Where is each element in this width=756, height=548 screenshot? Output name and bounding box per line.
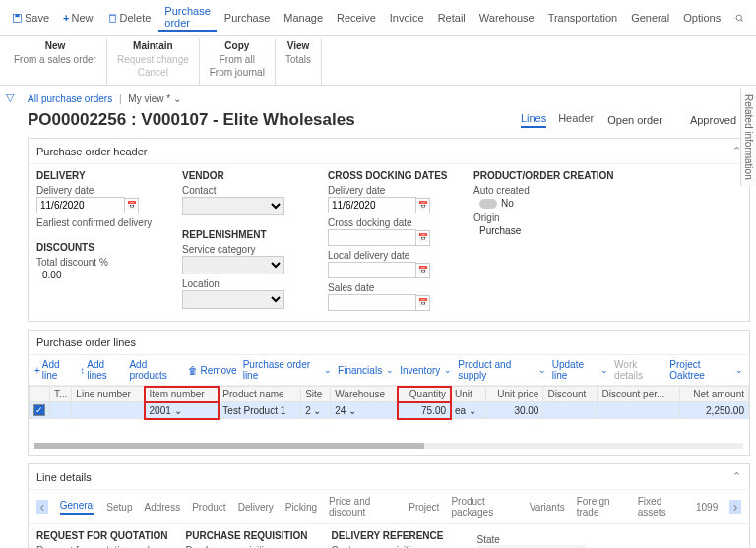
calendar-icon[interactable]: 📅 bbox=[416, 263, 430, 278]
cell-site[interactable]: 2 bbox=[305, 405, 311, 416]
lines-grid[interactable]: T... Line number Item number Product nam… bbox=[29, 386, 749, 419]
dtab-variants[interactable]: Variants bbox=[530, 502, 565, 513]
tab-invoice[interactable]: Invoice bbox=[384, 10, 430, 26]
top-command-bar: Save +New Delete Purchase order Purchase… bbox=[0, 0, 756, 36]
vendor-heading: VENDOR bbox=[182, 170, 310, 181]
dtab-product[interactable]: Product bbox=[192, 502, 225, 513]
ribbon-group-new: New From a sales order bbox=[4, 38, 107, 85]
dtab-foreign[interactable]: Foreign trade bbox=[577, 496, 626, 518]
tabs-next[interactable] bbox=[729, 500, 741, 514]
tab-general[interactable]: General bbox=[625, 10, 675, 26]
tab-receive[interactable]: Receive bbox=[331, 10, 382, 26]
tab-transportation[interactable]: Transportation bbox=[542, 10, 624, 26]
totals[interactable]: Totals bbox=[285, 53, 311, 66]
tab-purchase[interactable]: Purchase bbox=[219, 10, 276, 26]
dtab-1099[interactable]: 1099 bbox=[696, 502, 718, 513]
discount-label: Total discount % bbox=[36, 257, 164, 268]
local-delivery-input[interactable] bbox=[328, 262, 416, 278]
col-discount[interactable]: Discount bbox=[543, 387, 598, 402]
dtab-project[interactable]: Project bbox=[409, 502, 439, 513]
col-item[interactable]: Item number bbox=[145, 387, 219, 402]
calendar-icon[interactable]: 📅 bbox=[125, 198, 139, 213]
col-qty[interactable]: Quantity bbox=[398, 387, 450, 402]
project-menu[interactable]: Project Oaktree bbox=[669, 359, 743, 381]
add-line-btn[interactable]: + Add line bbox=[34, 359, 74, 381]
discount-value: 0.00 bbox=[36, 268, 164, 280]
location-select[interactable] bbox=[182, 290, 284, 309]
horizontal-scrollbar[interactable] bbox=[34, 443, 743, 449]
cell-net[interactable]: 2,250.00 bbox=[680, 402, 749, 419]
collapse-icon[interactable] bbox=[732, 470, 741, 483]
col-linenum[interactable]: Line number bbox=[72, 387, 145, 402]
add-products-btn[interactable]: Add products bbox=[129, 359, 182, 381]
cell-price[interactable]: 30.00 bbox=[485, 402, 543, 419]
table-row[interactable]: ✓ 2001 ⌄ Test Product 1 2 ⌄ 24 ⌄ 75.00 e… bbox=[30, 402, 749, 419]
update-line-menu[interactable]: Update line bbox=[552, 359, 608, 381]
col-type[interactable]: T... bbox=[50, 387, 72, 402]
cell-warehouse[interactable]: 24 bbox=[335, 405, 346, 416]
col-site[interactable]: Site bbox=[301, 387, 331, 402]
dtab-address[interactable]: Address bbox=[145, 502, 181, 513]
po-line-menu[interactable]: Purchase order line bbox=[243, 359, 332, 381]
dtab-fixed[interactable]: Fixed assets bbox=[638, 496, 684, 518]
row-checkbox[interactable]: ✓ bbox=[33, 404, 45, 416]
add-lines-btn[interactable]: ↕ Add lines bbox=[80, 359, 123, 381]
po-lines-title: Purchase order lines bbox=[36, 336, 136, 348]
ribbon-hdr-copy: Copy bbox=[210, 38, 265, 53]
tab-options[interactable]: Options bbox=[677, 10, 726, 26]
tab-manage[interactable]: Manage bbox=[278, 10, 329, 26]
tab-purchase-order[interactable]: Purchase order bbox=[158, 3, 216, 32]
sales-date-input[interactable] bbox=[328, 294, 416, 311]
dtab-price[interactable]: Price and discount bbox=[329, 496, 397, 518]
cell-unit[interactable]: ea bbox=[455, 405, 466, 416]
cell-product[interactable]: Test Product 1 bbox=[219, 402, 301, 419]
col-net[interactable]: Net amount bbox=[680, 387, 749, 402]
new-button[interactable]: +New bbox=[57, 10, 98, 26]
calendar-icon[interactable]: 📅 bbox=[416, 198, 430, 213]
breadcrumb-all[interactable]: All purchase orders bbox=[28, 93, 112, 104]
filter-icon[interactable]: ▽ bbox=[6, 91, 14, 104]
remove-btn[interactable]: 🗑 Remove bbox=[188, 365, 236, 376]
related-info-tab[interactable]: Related information bbox=[740, 89, 756, 186]
tabs-prev[interactable] bbox=[36, 500, 48, 514]
contact-select[interactable] bbox=[182, 197, 284, 215]
delivery-date-input[interactable] bbox=[36, 197, 125, 213]
svg-line-5 bbox=[741, 19, 743, 21]
tab-lines[interactable]: Lines bbox=[521, 112, 546, 128]
dtab-packages[interactable]: Product packages bbox=[451, 496, 517, 518]
col-product[interactable]: Product name bbox=[219, 387, 301, 402]
search-button[interactable] bbox=[728, 11, 751, 26]
breadcrumb-myview[interactable]: My view * ⌄ bbox=[128, 93, 181, 104]
dtab-delivery[interactable]: Delivery bbox=[238, 502, 274, 513]
save-button[interactable]: Save bbox=[6, 10, 55, 26]
cell-item[interactable]: 2001 bbox=[150, 405, 171, 416]
financials-menu[interactable]: Financials bbox=[338, 365, 394, 376]
from-journal[interactable]: From journal bbox=[210, 66, 265, 79]
tab-warehouse[interactable]: Warehouse bbox=[473, 10, 540, 26]
dtab-picking[interactable]: Picking bbox=[285, 502, 317, 513]
product-supply-menu[interactable]: Product and supply bbox=[458, 359, 545, 381]
from-all[interactable]: From all bbox=[210, 53, 265, 66]
col-warehouse[interactable]: Warehouse bbox=[331, 387, 399, 402]
col-unit[interactable]: Unit bbox=[451, 387, 486, 402]
local-delivery-label: Local delivery date bbox=[328, 250, 456, 261]
calendar-icon[interactable]: 📅 bbox=[416, 295, 430, 311]
dtab-setup[interactable]: Setup bbox=[106, 502, 132, 513]
cd-delivery-input[interactable] bbox=[328, 197, 416, 213]
inventory-menu[interactable]: Inventory bbox=[400, 365, 452, 376]
service-category-select[interactable] bbox=[182, 256, 284, 274]
col-discpct[interactable]: Discount per... bbox=[598, 387, 680, 402]
cell-qty[interactable]: 75.00 bbox=[398, 402, 450, 419]
dtab-general[interactable]: General bbox=[60, 500, 95, 515]
titlebar: PO00002256 : V000107 - Elite Wholesales … bbox=[28, 108, 750, 138]
from-sales-order[interactable]: From a sales order bbox=[14, 53, 96, 66]
tab-retail[interactable]: Retail bbox=[432, 10, 472, 26]
svg-point-4 bbox=[736, 15, 742, 21]
pr-heading: PURCHASE REQUISITION bbox=[186, 530, 314, 541]
tab-header[interactable]: Header bbox=[558, 112, 594, 128]
col-price[interactable]: Unit price bbox=[485, 387, 543, 402]
delete-button[interactable]: Delete bbox=[101, 10, 158, 26]
calendar-icon[interactable]: 📅 bbox=[416, 230, 430, 246]
crossdock-date-input[interactable] bbox=[328, 229, 416, 246]
auto-toggle[interactable] bbox=[479, 199, 497, 209]
